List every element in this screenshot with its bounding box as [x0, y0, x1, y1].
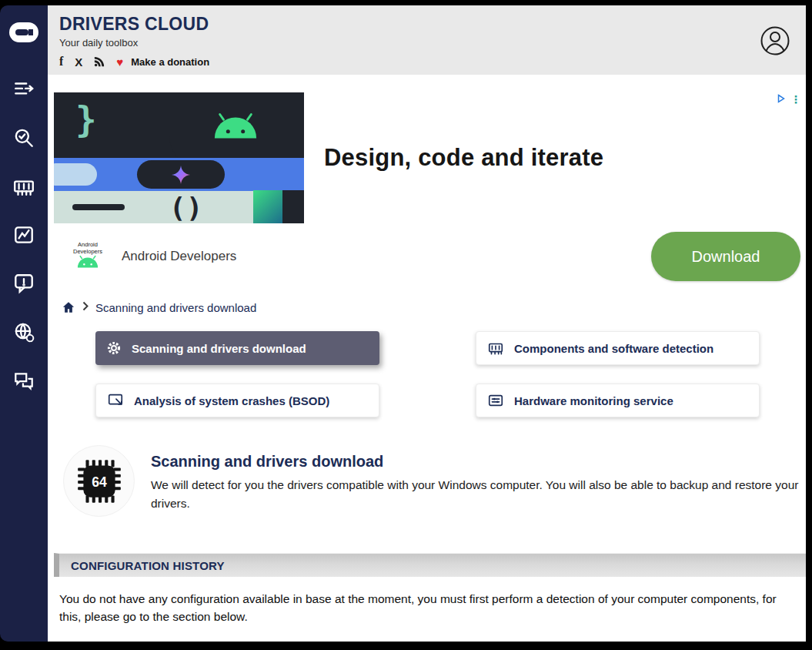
code-dash-shape [72, 204, 125, 210]
sidebar [0, 5, 48, 642]
monitoring-card-icon [487, 392, 504, 409]
nav-button-label: Components and software detection [514, 342, 713, 355]
main-panel: DRIVERS CLOUD Your daily toolbox f X ♥ M… [48, 5, 806, 642]
driverscloud-logo-icon[interactable] [8, 21, 39, 47]
donation-link[interactable]: Make a donation [131, 56, 209, 68]
ad-options-icon[interactable]: ⋮ [790, 93, 801, 106]
heart-icon: ♥ [116, 56, 123, 68]
sidebar-item-monitoring[interactable] [11, 222, 37, 248]
bsod-screen-icon [107, 392, 124, 409]
sidebar-item-bsod[interactable] [11, 270, 37, 297]
section-title: Scanning and drivers download [151, 453, 801, 471]
nav-button-bsod-analysis[interactable]: Analysis of system crashes (BSOD) [95, 384, 379, 417]
section-description: We will detect for you the drivers compa… [151, 476, 801, 513]
nav-button-label: Analysis of system crashes (BSOD) [134, 394, 329, 407]
sidebar-item-hardware[interactable] [11, 173, 37, 199]
ad-attribution-row: Android Developers Android Developers Do… [54, 230, 806, 283]
advertiser-logo-caption: Android Developers [68, 241, 108, 256]
tagline: Your daily toolbox [59, 37, 806, 49]
gemini-star-icon [172, 166, 190, 184]
chip64-icon: 64 [74, 456, 125, 507]
ad-blue-stripe [54, 158, 304, 191]
configuration-history-header: CONFIGURATION HISTORY [54, 553, 806, 577]
sidebar-item-detection[interactable] [11, 125, 37, 151]
nav-button-components-detection[interactable]: Components and software detection [476, 331, 760, 365]
ad-gradient-square [253, 190, 282, 223]
nav-button-hardware-monitoring[interactable]: Hardware monitoring service [476, 384, 760, 417]
code-brace-glyph: } [75, 99, 97, 140]
account-icon[interactable] [760, 25, 790, 59]
sidebar-item-forum[interactable] [11, 367, 37, 394]
nav-button-label: Hardware monitoring service [514, 394, 673, 407]
ad-headline: Design, code and iterate [324, 144, 603, 172]
download-button[interactable]: Download [651, 232, 800, 281]
sidebar-item-configurations[interactable] [11, 76, 37, 102]
ad-badges: ⋮ [777, 92, 801, 106]
service-buttons-grid: Scanning and drivers download Components… [95, 331, 806, 417]
configuration-history-title: CONFIGURATION HISTORY [71, 559, 225, 572]
chip64-label: 64 [92, 474, 107, 489]
ad-corner-block [253, 190, 304, 223]
section-text: Scanning and drivers download We will de… [151, 445, 801, 513]
advertiser-name: Android Developers [122, 249, 236, 264]
sidebar-item-network[interactable] [11, 319, 37, 345]
code-paren-glyph: () [169, 192, 202, 223]
ad-creative: } [54, 92, 806, 223]
ad-image[interactable]: } [54, 92, 304, 223]
content: ⋮ } [48, 75, 806, 642]
rss-icon[interactable] [94, 56, 105, 67]
ad-banner: ⋮ } [54, 92, 806, 283]
adchoices-icon[interactable] [777, 92, 786, 106]
social-row: f X ♥ Make a donation [59, 55, 806, 69]
service-description-section: 64 Scanning and drivers download We will… [54, 445, 806, 517]
breadcrumb: Scanning and drivers download [54, 300, 806, 314]
home-icon[interactable] [62, 300, 75, 314]
chip64-badge: 64 [63, 445, 135, 517]
header: DRIVERS CLOUD Your daily toolbox f X ♥ M… [48, 5, 806, 75]
nav-button-scanning-drivers[interactable]: Scanning and drivers download [95, 331, 379, 365]
ad-headline-area[interactable]: Design, code and iterate [304, 92, 806, 223]
gemini-pill [137, 160, 225, 189]
configuration-history-message: You do not have any configuration availa… [54, 590, 799, 626]
page-title: DRIVERS CLOUD [59, 14, 806, 35]
chip-icon [487, 340, 504, 357]
ad-pill-shape [54, 163, 97, 186]
facebook-icon[interactable]: f [59, 55, 63, 69]
android-robot-icon [212, 112, 259, 143]
gear-icon [106, 340, 122, 356]
x-icon[interactable]: X [75, 55, 82, 69]
chevron-right-icon [82, 300, 89, 314]
app-window: DRIVERS CLOUD Your daily toolbox f X ♥ M… [0, 0, 812, 650]
breadcrumb-current: Scanning and drivers download [95, 301, 256, 314]
nav-button-label: Scanning and drivers download [132, 342, 306, 355]
advertiser-logo[interactable]: Android Developers [68, 241, 108, 273]
